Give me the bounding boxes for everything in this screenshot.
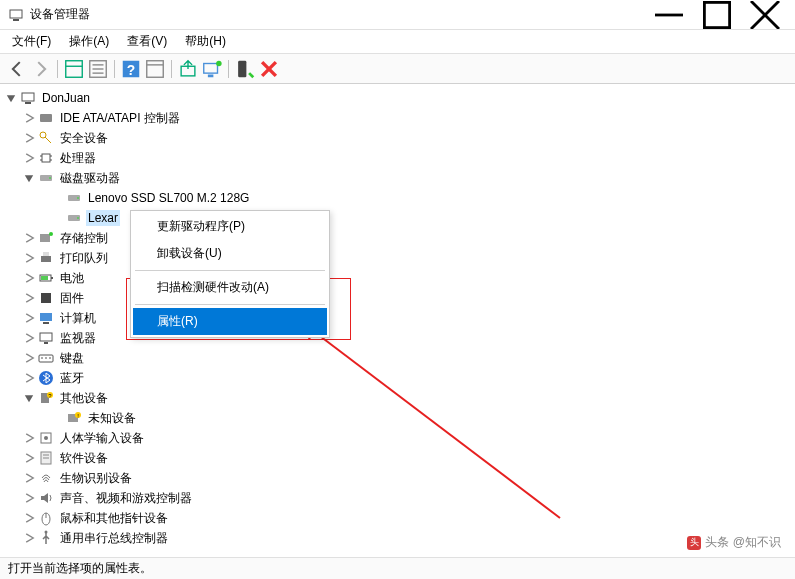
tree-label: 磁盘驱动器 [58,169,122,188]
svg-rect-14 [147,60,164,77]
watermark: 头 头条 @知不识 [687,534,781,551]
chevron-right-icon[interactable] [22,271,36,285]
tree-label: 蓝牙 [58,369,86,388]
tree-item-unknown-device[interactable]: ! 未知设备 [0,408,795,428]
toolbar-separator [171,60,172,78]
svg-point-36 [77,197,79,199]
tree-item-usb[interactable]: 通用串行总线控制器 [0,528,795,548]
chevron-right-icon[interactable] [22,251,36,265]
svg-rect-1 [13,19,19,21]
tree-spacer [50,191,64,205]
chip-icon [38,290,54,306]
back-button[interactable] [6,58,28,80]
chevron-right-icon[interactable] [22,131,36,145]
tree-item-disk-lenovo[interactable]: Lenovo SSD SL700 M.2 128G [0,188,795,208]
statusbar-text: 打开当前选择项的属性表。 [8,560,152,577]
svg-line-27 [45,137,51,143]
tree-item-keyboard[interactable]: 键盘 [0,348,795,368]
show-hidden-button[interactable] [144,58,166,80]
tree-root[interactable]: DonJuan [0,88,795,108]
tree-label: 固件 [58,289,86,308]
app-icon [8,7,24,23]
svg-rect-20 [238,60,246,77]
chevron-right-icon[interactable] [22,311,36,325]
chevron-right-icon[interactable] [22,491,36,505]
tree-item-cpu[interactable]: 处理器 [0,148,795,168]
svg-point-69 [45,531,48,534]
chevron-right-icon[interactable] [22,111,36,125]
chevron-right-icon[interactable] [22,291,36,305]
enable-device-button[interactable] [234,58,256,80]
tree-label: 鼠标和其他指针设备 [58,509,170,528]
tree-item-computer[interactable]: 计算机 [0,308,795,328]
printer-icon [38,250,54,266]
context-menu-separator [135,270,325,271]
menu-view[interactable]: 查看(V) [119,30,175,53]
tree-label: 处理器 [58,149,98,168]
tree-item-other-devices[interactable]: ? 其他设备 [0,388,795,408]
help-button[interactable]: ? [120,58,142,80]
menu-file[interactable]: 文件(F) [4,30,59,53]
chevron-right-icon[interactable] [22,351,36,365]
tree-item-ide[interactable]: IDE ATA/ATAPI 控制器 [0,108,795,128]
chevron-right-icon[interactable] [22,151,36,165]
chevron-down-icon[interactable] [22,171,36,185]
software-icon [38,450,54,466]
tree-item-storage-ctrl[interactable]: 存储控制 [0,228,795,248]
chevron-right-icon[interactable] [22,431,36,445]
tree-item-biometric[interactable]: 生物识别设备 [0,468,795,488]
tree-item-battery[interactable]: 电池 [0,268,795,288]
device-tree[interactable]: DonJuan IDE ATA/ATAPI 控制器 安全设备 处理器 磁盘驱动器… [0,84,795,553]
tree-item-hid[interactable]: 人体学输入设备 [0,428,795,448]
tree-item-bluetooth[interactable]: 蓝牙 [0,368,795,388]
titlebar: 设备管理器 [0,0,795,30]
tree-label: 未知设备 [86,409,138,428]
tree-item-audio[interactable]: 声音、视频和游戏控制器 [0,488,795,508]
chevron-right-icon[interactable] [22,531,36,545]
toolbar-separator [228,60,229,78]
uninstall-device-button[interactable] [258,58,280,80]
ctx-scan-hardware[interactable]: 扫描检测硬件改动(A) [133,274,327,301]
chevron-down-icon[interactable] [4,91,18,105]
tree-label: 存储控制 [58,229,110,248]
menu-help[interactable]: 帮助(H) [177,30,234,53]
svg-rect-39 [40,234,50,242]
ctx-update-driver[interactable]: 更新驱动程序(P) [133,213,327,240]
tree-label: 安全设备 [58,129,110,148]
tree-item-print-queue[interactable]: 打印队列 [0,248,795,268]
tree-label: 监视器 [58,329,98,348]
tree-label: Lenovo SSD SL700 M.2 128G [86,190,251,206]
ctx-uninstall[interactable]: 卸载设备(U) [133,240,327,267]
close-button[interactable] [743,1,787,29]
tree-label: 键盘 [58,349,86,368]
tree-item-mouse[interactable]: 鼠标和其他指针设备 [0,508,795,528]
tree-item-disk[interactable]: 磁盘驱动器 [0,168,795,188]
show-hide-tree-button[interactable] [63,58,85,80]
tree-item-security[interactable]: 安全设备 [0,128,795,148]
properties-button[interactable] [87,58,109,80]
chevron-right-icon[interactable] [22,471,36,485]
forward-button[interactable] [30,58,52,80]
tree-label: Lexar [86,210,120,226]
menu-action[interactable]: 操作(A) [61,30,117,53]
tree-item-firmware[interactable]: 固件 [0,288,795,308]
chevron-right-icon[interactable] [22,371,36,385]
chevron-right-icon[interactable] [22,331,36,345]
ctx-properties[interactable]: 属性(R) [133,308,327,335]
cpu-icon [38,150,54,166]
bluetooth-icon [38,370,54,386]
chevron-right-icon[interactable] [22,231,36,245]
tree-spacer [50,211,64,225]
minimize-button[interactable] [647,1,691,29]
chevron-down-icon[interactable] [22,391,36,405]
tree-label: DonJuan [40,90,92,106]
update-driver-button[interactable] [177,58,199,80]
maximize-button[interactable] [695,1,739,29]
svg-point-19 [216,60,222,66]
scan-hardware-button[interactable] [201,58,223,80]
tree-item-monitor[interactable]: 监视器 [0,328,795,348]
chevron-right-icon[interactable] [22,451,36,465]
chevron-right-icon[interactable] [22,511,36,525]
tree-item-disk-lexar[interactable]: Lexar [0,208,795,228]
tree-item-software[interactable]: 软件设备 [0,448,795,468]
